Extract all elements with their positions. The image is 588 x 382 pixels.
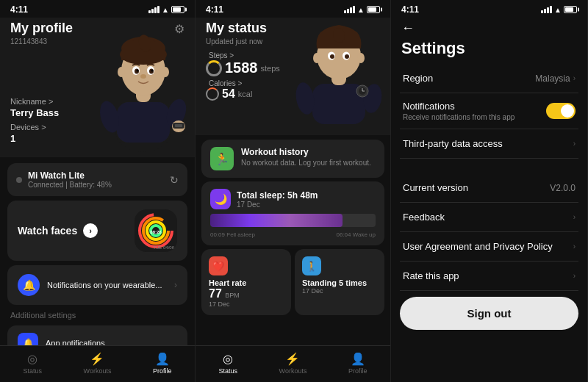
app-notifications-row[interactable]: 🔔 App notifications — [7, 325, 187, 345]
time-1: 4:11 — [10, 4, 28, 15]
health-cards: ❤️ Heart rate 77 BPM 17 Dec 🚶 Standing 5… — [201, 249, 384, 315]
settings-content: Region Malaysia › Notifications Receive … — [391, 64, 587, 382]
device-card[interactable]: Mi Watch Lite Connected | Battery: 48% ↻ — [7, 163, 187, 196]
signal-icon — [148, 6, 159, 13]
status-bar-2: 4:11 ▲ — [196, 0, 390, 18]
calories-unit: kcal — [238, 90, 253, 98]
svg-point-18 — [151, 70, 154, 72]
rate-chevron: › — [573, 272, 576, 280]
profile-nav-label-2: Profile — [348, 367, 368, 375]
nav-workouts-1[interactable]: ⚡ Workouts — [65, 352, 129, 375]
standing-label: Standing 5 times — [302, 278, 377, 287]
region-value-group: Malaysia › — [535, 73, 576, 84]
steps-label[interactable]: Steps > — [206, 51, 380, 60]
current-version-value: V2.0.0 — [550, 183, 576, 193]
signout-button[interactable]: Sign out — [400, 297, 578, 330]
status-icons-2: ▲ — [344, 6, 380, 14]
current-version-label: Current version — [403, 182, 468, 193]
profile-id: 121143843 — [10, 37, 73, 46]
profile-title: My profile — [10, 21, 73, 37]
signal-icon-2 — [344, 6, 355, 13]
battery-icon-2 — [367, 6, 380, 13]
sleep-icon: 🌙 — [210, 189, 231, 209]
sleep-date: 17 Dec — [237, 201, 318, 209]
notif-label: Notifications on your wearable... — [47, 281, 162, 289]
watchface-card[interactable]: Watch faces › 08:26 TUE 04/06 — [7, 201, 187, 261]
nav-status-1[interactable]: ◎ Status — [0, 352, 65, 375]
svg-text:08:26: 08:26 — [150, 230, 162, 234]
battery-icon — [171, 6, 184, 13]
standing-date: 17 Dec — [302, 287, 377, 295]
arrow-icon[interactable]: › — [83, 223, 98, 238]
app-notif-icon: 🔔 — [18, 333, 38, 345]
refresh-icon[interactable]: ↻ — [170, 174, 179, 186]
wifi-icon: ▲ — [162, 6, 169, 14]
standing-icon: 🚶 — [302, 256, 321, 275]
workouts-nav-label: Workouts — [84, 367, 112, 375]
steps-ring-icon — [206, 60, 222, 76]
region-row[interactable]: Region Malaysia › — [400, 64, 578, 93]
heart-value: 77 — [209, 287, 222, 300]
sleep-end: 06:04 Wake up — [336, 231, 376, 238]
current-version-row: Current version V2.0.0 — [400, 173, 578, 203]
panel-settings: 4:11 ▲ ← Settings Region Malaysia › — [391, 0, 588, 382]
watchface-date: TUE 04/06 — [153, 245, 174, 250]
status-icons-1: ▲ — [148, 6, 184, 14]
notifications-toggle[interactable] — [546, 103, 576, 119]
workouts-nav-icon: ⚡ — [90, 352, 104, 366]
third-party-row[interactable]: Third-party data access › — [400, 129, 578, 159]
app-notif-label: App notifications — [46, 339, 105, 345]
nav-profile-1[interactable]: 👤 Profile — [130, 352, 195, 375]
nav-profile-2[interactable]: 👤 Profile — [326, 352, 390, 375]
panel2-content: 🏃 Workout history No workout data. Log y… — [196, 135, 390, 345]
status-bar-1: 4:11 ▲ — [0, 0, 195, 18]
nav-workouts-2[interactable]: ⚡ Workouts — [260, 352, 325, 375]
bottom-nav-1: ◎ Status ⚡ Workouts 👤 Profile — [0, 345, 195, 382]
third-party-chevron: › — [573, 140, 576, 148]
bell-icon: 🔔 — [18, 274, 40, 296]
feedback-chevron: › — [573, 213, 576, 221]
nav-status-2[interactable]: ◎ Status — [196, 352, 260, 375]
device-dot — [16, 177, 22, 183]
devices-label[interactable]: Devices > — [10, 123, 184, 131]
sleep-start: 00:09 Fell asleep — [210, 231, 255, 238]
panel1-content: Mi Watch Lite Connected | Battery: 48% ↻… — [0, 157, 195, 345]
sleep-card[interactable]: 🌙 Total sleep: 5h 48m 17 Dec 00:09 Fell … — [201, 181, 384, 245]
status-avatar-section: My status Updated just now — [196, 18, 390, 135]
svg-point-20 — [118, 67, 125, 77]
sleep-title: Total sleep: 5h 48m — [237, 190, 318, 201]
workout-card[interactable]: 🏃 Workout history No workout data. Log y… — [201, 140, 384, 178]
battery-icon-3 — [564, 6, 577, 13]
nickname-value: Terry Bass — [10, 107, 184, 118]
rate-app-row[interactable]: Rate this app › — [400, 262, 578, 291]
feedback-label: Feedback — [403, 212, 445, 223]
time-3: 4:11 — [401, 4, 419, 15]
status-nav-label-2: Status — [218, 367, 237, 375]
user-agreement-row[interactable]: User Agreement and Privacy Policy › — [400, 232, 578, 262]
standing-card[interactable]: 🚶 Standing 5 times 17 Dec — [295, 249, 384, 315]
steps-unit: steps — [261, 64, 280, 73]
signal-icon-3 — [541, 6, 552, 13]
region-label: Region — [403, 73, 433, 84]
avatar-section: My profile 121143843 ⚙ — [0, 18, 195, 157]
heart-rate-card[interactable]: ❤️ Heart rate 77 BPM 17 Dec — [201, 249, 291, 315]
third-party-label: Third-party data access — [403, 138, 503, 149]
heart-icon: ❤️ — [209, 256, 228, 275]
feedback-row[interactable]: Feedback › — [400, 203, 578, 232]
workout-title: Workout history — [241, 147, 371, 157]
workout-icon: 🏃 — [210, 147, 234, 170]
heart-label: Heart rate — [209, 278, 284, 287]
user-agreement-label: User Agreement and Privacy Policy — [403, 241, 553, 252]
notifications-row[interactable]: 🔔 Notifications on your wearable... › — [7, 265, 187, 305]
profile-nav-icon-2: 👤 — [351, 352, 365, 366]
nickname-label[interactable]: Nickname > — [10, 97, 184, 106]
back-button[interactable]: ← — [401, 21, 577, 36]
steps-value: 1588 — [225, 60, 258, 76]
wifi-icon-3: ▲ — [554, 6, 562, 14]
watchface-preview: 08:26 TUE 04/06 — [135, 209, 177, 252]
region-value: Malaysia — [535, 73, 570, 84]
settings-header: ← Settings — [391, 18, 587, 64]
status-nav-icon-2: ◎ — [223, 352, 233, 366]
calories-label[interactable]: Calories > — [206, 79, 380, 87]
notifications-sub: Receive notifications from this app — [403, 113, 514, 121]
